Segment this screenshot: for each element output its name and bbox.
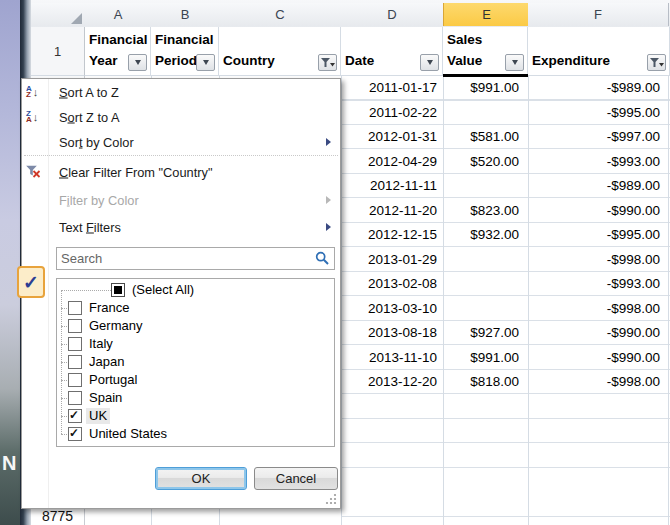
filter-value-italy[interactable]: Italy xyxy=(57,335,334,353)
menu-item-sort-a-to-z[interactable]: AZ↓ Sort A to Z xyxy=(22,79,340,104)
select-all-corner[interactable] xyxy=(31,3,86,26)
filter-value-germany[interactable]: Germany xyxy=(57,317,334,335)
financial-period-filter-button[interactable] xyxy=(196,54,215,71)
search-icon[interactable] xyxy=(315,251,330,266)
cell-sales[interactable] xyxy=(443,248,519,273)
country-filter-button-active[interactable] xyxy=(318,54,337,71)
cell-expenditure[interactable]: -$993.00 xyxy=(528,150,660,175)
menu-separator xyxy=(24,155,338,156)
cell-date[interactable]: 2012-01-31 xyxy=(341,125,437,150)
column-header-b[interactable]: B xyxy=(151,3,220,26)
cell-date[interactable]: 2013-08-18 xyxy=(341,321,437,346)
checkbox-icon[interactable] xyxy=(68,355,82,369)
cell-expenditure[interactable]: -$998.00 xyxy=(528,370,660,395)
cell-expenditure[interactable]: -$995.00 xyxy=(528,101,660,126)
cell-expenditure[interactable]: -$998.00 xyxy=(528,297,660,322)
cell-sales[interactable]: $991.00 xyxy=(443,346,519,371)
filter-value-france[interactable]: France xyxy=(57,299,334,317)
cell-sales[interactable]: $520.00 xyxy=(443,150,519,175)
checkbox-icon[interactable] xyxy=(111,283,125,297)
cell-expenditure[interactable]: -$990.00 xyxy=(528,199,660,224)
financial-year-filter-button[interactable] xyxy=(128,54,147,71)
column-header-f[interactable]: F xyxy=(528,3,669,26)
cell-date[interactable]: 2013-02-08 xyxy=(341,272,437,297)
menu-item-clear-filter[interactable]: Clear Filter From "Country" xyxy=(22,158,340,185)
filter-value-label: Italy xyxy=(86,336,116,352)
header-cell-sales-value[interactable]: Sales Value xyxy=(443,27,528,76)
column-header-e-selected[interactable]: E xyxy=(443,3,530,26)
filter-value-portugal[interactable]: Portugal xyxy=(57,371,334,389)
cell-expenditure[interactable]: -$989.00 xyxy=(528,174,660,199)
checkbox-icon[interactable]: ✓ xyxy=(68,427,82,441)
cell-sales[interactable] xyxy=(443,297,519,322)
cell-date[interactable]: 2012-04-29 xyxy=(341,150,437,175)
filter-value--select-all-[interactable]: (Select All) xyxy=(57,281,334,299)
resize-grip[interactable] xyxy=(325,493,337,505)
column-header-c[interactable]: C xyxy=(219,3,342,26)
cell-date[interactable]: 2013-11-10 xyxy=(341,346,437,371)
cell-sales[interactable]: $823.00 xyxy=(443,199,519,224)
cell-sales[interactable] xyxy=(443,174,519,199)
cell-expenditure[interactable]: -$989.00 xyxy=(528,76,660,101)
cell-date[interactable]: 2012-11-11 xyxy=(341,174,437,199)
menu-item-text-filters[interactable]: Text Filters xyxy=(22,213,340,240)
checkbox-icon[interactable] xyxy=(68,301,82,315)
menu-item-sort-by-color[interactable]: Sort by Color xyxy=(22,129,340,154)
row-header-8775[interactable]: 8775 xyxy=(31,508,84,525)
cell-expenditure[interactable]: -$997.00 xyxy=(528,125,660,150)
cell-sales[interactable] xyxy=(443,101,519,126)
expenditure-filter-button-active[interactable] xyxy=(647,54,666,71)
cell-date[interactable]: 2012-11-20 xyxy=(341,199,437,224)
cell-expenditure[interactable]: -$998.00 xyxy=(528,248,660,273)
cell-date[interactable]: 2011-01-17 xyxy=(341,76,437,101)
cell-expenditure[interactable]: -$990.00 xyxy=(528,346,660,371)
clear-filter-icon xyxy=(26,165,41,178)
checkbox-icon[interactable] xyxy=(68,319,82,333)
cell-expenditure[interactable]: -$995.00 xyxy=(528,223,660,248)
cell-sales[interactable]: $991.00 xyxy=(443,76,519,101)
cell-date[interactable]: 2013-12-20 xyxy=(341,370,437,395)
header-cell-financial-period[interactable]: Financial Period xyxy=(151,27,219,76)
column-header-a[interactable]: A xyxy=(85,3,152,26)
cell-sales[interactable] xyxy=(443,272,519,297)
menu-item-filter-by-color[interactable]: Filter by Color xyxy=(22,186,340,213)
cell-sales[interactable]: $927.00 xyxy=(443,321,519,346)
header-cell-date[interactable]: Date xyxy=(341,27,443,76)
sales-value-filter-button[interactable] xyxy=(505,54,524,71)
filter-value-spain[interactable]: Spain xyxy=(57,389,334,407)
cell-expenditure[interactable]: -$993.00 xyxy=(528,272,660,297)
search-box xyxy=(56,247,335,270)
ok-button[interactable]: OK xyxy=(155,467,247,490)
cell-expenditure[interactable]: -$990.00 xyxy=(528,321,660,346)
column-header-d[interactable]: D xyxy=(341,3,444,26)
checkbox-icon[interactable] xyxy=(68,391,82,405)
cancel-button[interactable]: Cancel xyxy=(254,467,338,490)
cell-date[interactable]: 2013-03-10 xyxy=(341,297,437,322)
dropdown-arrow-icon xyxy=(135,60,141,65)
cell-sales[interactable]: $581.00 xyxy=(443,125,519,150)
cell-sales[interactable]: $818.00 xyxy=(443,370,519,395)
cell-date[interactable]: 2011-02-22 xyxy=(341,101,437,126)
header-cell-country[interactable]: Country xyxy=(219,27,341,76)
cell-date[interactable]: 2012-12-15 xyxy=(341,223,437,248)
header-cell-expenditure[interactable]: Expenditure xyxy=(528,27,670,76)
search-input[interactable] xyxy=(57,248,316,269)
sort-az-icon: AZ↓ xyxy=(26,85,38,98)
filter-value-uk[interactable]: ✓UK xyxy=(57,407,334,425)
cell-sales[interactable]: $932.00 xyxy=(443,223,519,248)
checkbox-icon[interactable] xyxy=(68,337,82,351)
header-cell-financial-year[interactable]: Financial Year xyxy=(85,27,151,76)
checkmark-annotation[interactable]: ✓ xyxy=(17,266,45,298)
filter-value-label: United States xyxy=(86,426,170,442)
cell-date[interactable]: 2013-01-29 xyxy=(341,248,437,273)
row-header-1[interactable]: 1 xyxy=(31,27,85,76)
checkbox-icon[interactable]: ✓ xyxy=(68,409,82,423)
filter-value-united-states[interactable]: ✓United States xyxy=(57,425,334,443)
checkbox-icon[interactable] xyxy=(68,373,82,387)
menu-item-sort-z-to-a[interactable]: ZA↓ Sort Z to A xyxy=(22,104,340,129)
dropdown-arrow-icon xyxy=(427,60,433,65)
dropdown-arrow-icon xyxy=(203,60,209,65)
country-filter-menu: AZ↓ Sort A to Z ZA↓ Sort Z to A Sort by … xyxy=(21,78,341,509)
date-filter-button[interactable] xyxy=(420,54,439,71)
filter-value-japan[interactable]: Japan xyxy=(57,353,334,371)
